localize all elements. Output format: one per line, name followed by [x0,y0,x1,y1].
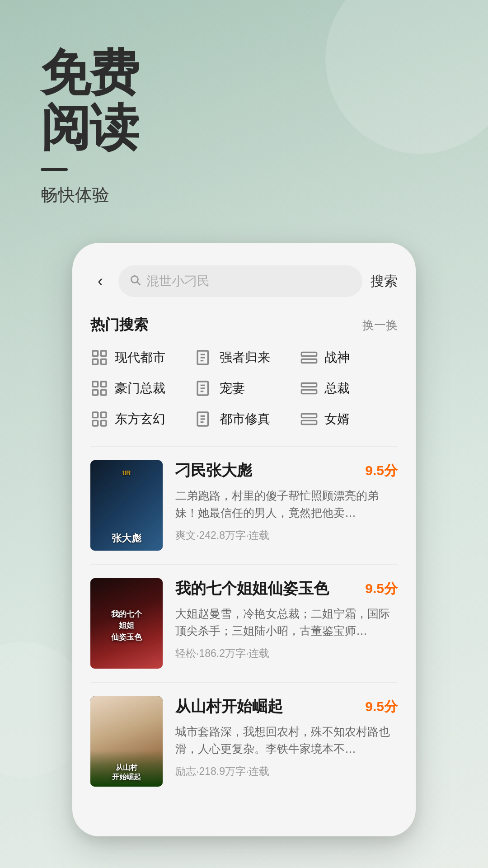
svg-rect-10 [301,352,316,356]
book-icon-8 [195,410,213,428]
book-cover-text-1: 张大彪 [90,532,163,545]
book-score-1: 9.5分 [365,462,398,480]
book-icon-5 [195,379,213,397]
svg-rect-2 [93,351,98,356]
svg-rect-14 [93,390,98,395]
svg-rect-23 [101,412,106,418]
book-meta-1: 爽文·242.8万字·连载 [175,528,398,542]
hot-search-title: 热门搜索 [90,315,148,335]
hot-tag-5[interactable]: 宠妻 [195,379,293,397]
book-info-2: 我的七个姐姐仙姿玉色 9.5分 大姐赵曼雪，冷艳女总裁；二姐宁霜，国际顶尖杀手；… [175,578,398,660]
svg-rect-30 [301,414,316,417]
svg-rect-11 [301,359,316,363]
list-icon-6 [300,379,318,397]
book-desc-3: 城市套路深，我想回农村，殊不知农村路也滑，人心更复杂。李铁牛家境本不… [175,723,398,757]
search-icon [129,274,141,289]
hot-tag-label-9: 女婿 [324,410,350,428]
hero-section: 免费 阅读 畅快体验 [0,0,488,207]
book-cover-2: 我的七个姐姐仙姿玉色 [90,578,163,669]
svg-rect-31 [301,420,316,424]
hot-tag-label-7: 东方玄幻 [115,410,165,428]
hero-divider [41,168,68,171]
grid-icon-1 [90,349,108,367]
hot-tag-label-2: 强者归来 [220,349,270,366]
search-button[interactable]: 搜索 [371,272,398,291]
svg-rect-13 [101,382,106,387]
list-icon-9 [300,410,318,428]
search-placeholder: 混世小刁民 [146,273,210,290]
search-input-wrap[interactable]: 混世小刁民 [118,265,362,297]
svg-rect-3 [101,351,106,356]
svg-rect-20 [301,383,316,387]
hot-tag-7[interactable]: 东方玄幻 [90,410,188,428]
hot-tags-grid: 现代都市 强者归来 战神 [90,349,398,428]
grid-icon-7 [90,410,108,428]
book-title-1: 刁民张大彪 [175,460,252,481]
grid-icon-4 [90,379,108,397]
hot-tag-label-5: 宠妻 [220,380,245,397]
book-meta-3: 励志·218.9万字·连载 [175,764,398,778]
book-item-2[interactable]: 我的七个姐姐仙姿玉色 我的七个姐姐仙姿玉色 9.5分 大姐赵曼雪，冷艳女总裁；二… [90,564,398,682]
hot-tag-2[interactable]: 强者归来 [195,349,293,367]
refresh-action[interactable]: 换一换 [362,317,398,333]
svg-rect-25 [101,420,106,426]
book-info-3: 从山村开始崛起 9.5分 城市套路深，我想回农村，殊不知农村路也滑，人心更复杂。… [175,696,398,778]
svg-rect-22 [93,412,98,418]
book-title-3: 从山村开始崛起 [175,696,283,717]
hot-tag-label-3: 战神 [324,349,350,366]
book-desc-2: 大姐赵曼雪，冷艳女总裁；二姐宁霜，国际顶尖杀手；三姐陆小昭，古董鉴宝师… [175,605,398,639]
book-title-row-2: 我的七个姐姐仙姿玉色 9.5分 [175,578,398,599]
svg-rect-24 [93,420,98,426]
svg-rect-12 [93,382,98,387]
svg-rect-4 [93,359,98,364]
book-title-2: 我的七个姐姐仙姿玉色 [175,578,329,599]
book-icon-2 [195,349,213,367]
hero-subtitle: 畅快体验 [41,184,488,207]
book-list: tIR 张大彪 刁民张大彪 9.5分 二弟跑路，村里的傻子帮忙照顾漂亮的弟妹！她… [90,446,398,800]
hot-tag-3[interactable]: 战神 [300,349,398,367]
hot-tag-6[interactable]: 总裁 [300,379,398,397]
book-title-row-1: 刁民张大彪 9.5分 [175,460,398,481]
hot-tag-1[interactable]: 现代都市 [90,349,188,367]
svg-line-1 [137,282,140,284]
hot-tag-label-1: 现代都市 [115,349,165,366]
book-title-row-3: 从山村开始崛起 9.5分 [175,696,398,717]
book-desc-1: 二弟跑路，村里的傻子帮忙照顾漂亮的弟妹！她最信任的男人，竟然把他卖… [175,487,398,521]
hero-title: 免费 阅读 [41,45,488,155]
back-button[interactable]: ‹ [90,272,110,291]
search-bar-row: ‹ 混世小刁民 搜索 [90,265,398,297]
book-info-1: 刁民张大彪 9.5分 二弟跑路，村里的傻子帮忙照顾漂亮的弟妹！她最信任的男人，竟… [175,460,398,542]
hot-tag-8[interactable]: 都市修真 [195,410,293,428]
hot-tag-4[interactable]: 豪门总裁 [90,379,188,397]
book-item-1[interactable]: tIR 张大彪 刁民张大彪 9.5分 二弟跑路，村里的傻子帮忙照顾漂亮的弟妹！她… [90,446,398,564]
hot-tag-label-8: 都市修真 [220,410,270,428]
hot-tag-label-4: 豪门总裁 [115,380,165,397]
book-score-3: 9.5分 [365,698,398,716]
book-score-2: 9.5分 [365,580,398,598]
svg-rect-21 [301,390,316,393]
hot-tag-9[interactable]: 女婿 [300,410,398,428]
book-item-3[interactable]: 从山村开始崛起 从山村开始崛起 9.5分 城市套路深，我想回农村，殊不知农村路也… [90,682,398,800]
book-cover-3: 从山村开始崛起 [90,696,163,787]
hot-search-header: 热门搜索 换一换 [90,315,398,335]
phone-mockup: ‹ 混世小刁民 搜索 热门搜索 换一换 [72,243,416,836]
book-meta-2: 轻松·186.2万字·连载 [175,646,398,660]
list-icon-3 [300,349,318,367]
book-cover-1: tIR 张大彪 [90,460,163,551]
hot-tag-label-6: 总裁 [324,380,350,397]
svg-rect-5 [101,359,106,364]
svg-rect-15 [101,390,106,395]
